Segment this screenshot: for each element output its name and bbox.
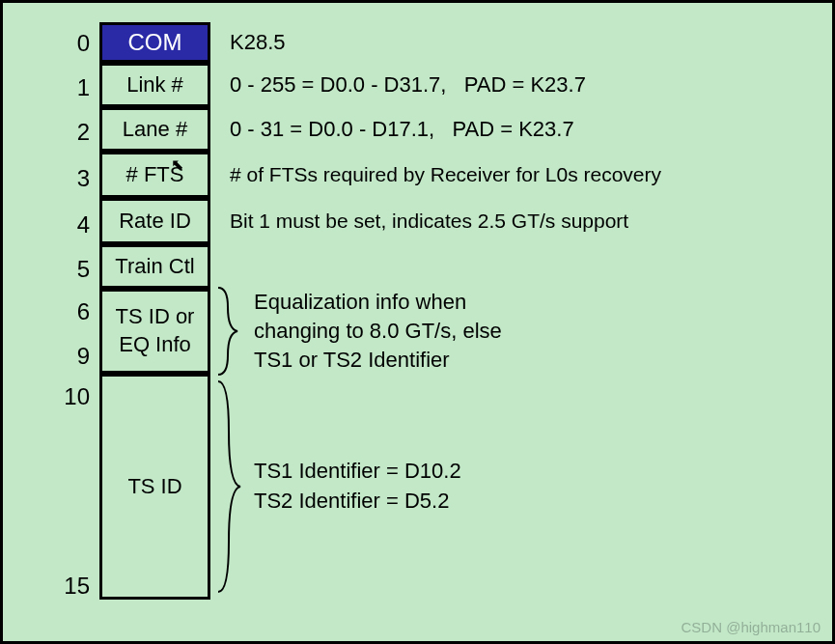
desc-ts-id-line1: TS1 Identifier = D10.2 [254, 457, 461, 487]
brace-tsid-icon [213, 374, 244, 600]
field-ts-id: TS ID [99, 374, 210, 600]
desc-num-fts: # of FTSs required by Receiver for L0s r… [230, 152, 813, 198]
field-lane-number: Lane # [99, 107, 210, 152]
byte-index-6: 6 [3, 298, 90, 325]
byte-index-9: 9 [3, 343, 90, 370]
byte-index-3: 3 [3, 165, 90, 192]
watermark: CSDN @highman110 [682, 619, 821, 635]
field-link-number: Link # [99, 63, 210, 107]
desc-com: K28.5 [230, 22, 813, 63]
field-tsid-or-eq-info-line2: EQ Info [119, 331, 191, 359]
field-tsid-or-eq-info: TS ID or EQ Info [99, 289, 210, 374]
byte-index-2: 2 [3, 119, 90, 146]
byte-index-5: 5 [3, 256, 90, 283]
field-rate-id: Rate ID [99, 198, 210, 244]
desc-link-number: 0 - 255 = D0.0 - D31.7, PAD = K23.7 [230, 63, 813, 107]
byte-index-1: 1 [3, 74, 90, 101]
desc-ts-id: TS1 Identifier = D10.2 TS2 Identifier = … [254, 374, 813, 600]
desc-eq-info-line3: TS1 or TS2 Identifier [254, 346, 450, 375]
field-tsid-or-eq-info-line1: TS ID or [116, 303, 195, 331]
desc-eq-info-line2: changing to 8.0 GT/s, else [254, 317, 502, 346]
brace-eq-icon [213, 283, 242, 379]
desc-eq-info-line1: Equalization info when [254, 288, 466, 317]
byte-index-15: 15 [3, 573, 90, 600]
desc-rate-id: Bit 1 must be set, indicates 2.5 GT/s su… [230, 198, 813, 244]
desc-lane-number: 0 - 31 = D0.0 - D17.1, PAD = K23.7 [230, 107, 813, 152]
desc-eq-info: Equalization info when changing to 8.0 G… [254, 285, 813, 378]
desc-ts-id-line2: TS2 Identifier = D5.2 [254, 487, 449, 517]
byte-index-0: 0 [3, 30, 90, 57]
byte-index-10: 10 [3, 383, 90, 410]
byte-index-4: 4 [3, 211, 90, 238]
field-com: COM [99, 22, 210, 63]
field-num-fts: # FTS [99, 152, 210, 198]
field-train-ctl: Train Ctl [99, 244, 210, 289]
